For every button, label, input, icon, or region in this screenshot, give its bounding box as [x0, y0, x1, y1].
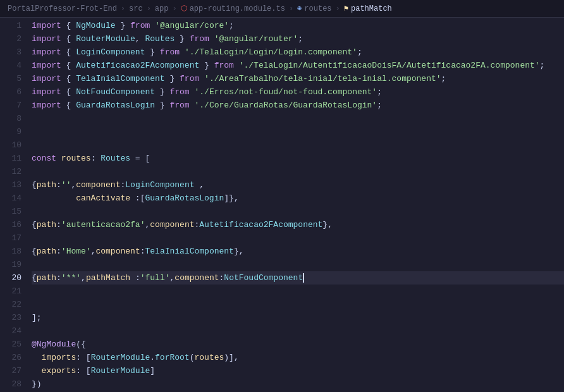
- token-kw: import: [32, 99, 61, 112]
- token-plain: :: [56, 245, 61, 258]
- token-kw: from: [214, 59, 234, 72]
- code-line: import { TelaInialComponent } from './Ar…: [32, 72, 564, 85]
- token-plain: ,: [145, 218, 150, 231]
- token-plain: }: [175, 32, 189, 46]
- token-plain: [199, 72, 204, 85]
- breadcrumb-file[interactable]: app-routing.module.ts: [190, 4, 285, 13]
- token-kw: import: [32, 46, 61, 59]
- token-plain: ,: [81, 271, 86, 285]
- breadcrumb-sep-3: ›: [172, 4, 176, 13]
- token-plain: [180, 46, 185, 59]
- token-plain: [234, 59, 239, 72]
- token-plain: :: [130, 271, 140, 285]
- code-line: ];: [32, 311, 564, 324]
- token-plain: [56, 152, 61, 165]
- line-number: 13: [5, 178, 21, 192]
- line-number: 19: [5, 258, 21, 271]
- code-line: exports: [RouterModule]: [32, 364, 564, 377]
- token-plain: :[: [130, 192, 145, 205]
- line-number: 5: [5, 72, 21, 85]
- breadcrumb-sep-5: ›: [336, 4, 340, 13]
- token-plain: :: [120, 178, 125, 192]
- line-number: 15: [5, 205, 21, 218]
- code-line: [32, 231, 564, 245]
- token-str: './Core/GuardaRotas/GuardaRotasLogin': [194, 99, 377, 112]
- token-plain: ];: [32, 311, 42, 324]
- code-line: {path:'autenticacao2fa',component:Auteti…: [32, 218, 564, 231]
- token-plain: : [: [76, 364, 90, 377]
- token-plain: ;: [540, 59, 545, 72]
- line-number: 26: [5, 351, 21, 364]
- token-plain: .: [150, 351, 155, 364]
- token-plain: [32, 364, 42, 377]
- token-prop-yellow: routes: [61, 152, 91, 165]
- code-line: import { Autetificacao2FAcomponent } fro…: [32, 59, 564, 72]
- token-plain: [32, 192, 76, 205]
- code-line: import { NgModule } from '@angular/core'…: [32, 19, 564, 32]
- line-number: 6: [5, 85, 21, 99]
- code-line: {path:'',component:LoginComponent ,: [32, 178, 564, 192]
- breadcrumb-routes[interactable]: routes: [304, 4, 331, 13]
- code-area[interactable]: import { NgModule } from '@angular/core'…: [27, 18, 564, 392]
- token-plain: : [: [76, 351, 90, 364]
- code-line: import { LoginComponent } from './TelaLo…: [32, 46, 564, 59]
- token-plain: {: [61, 46, 76, 59]
- code-line: import { GuardaRotasLogin } from './Core…: [32, 99, 564, 112]
- token-str: './TelaLogin/AutentificacaoDoisFA/Auteti…: [239, 59, 540, 72]
- token-plain: {: [61, 19, 76, 32]
- token-method: forRoot: [155, 351, 190, 364]
- token-kw: from: [169, 85, 189, 99]
- line-number: 11: [5, 152, 21, 165]
- code-line: import { RouterModule, Routes } from '@a…: [32, 32, 564, 46]
- breadcrumb-pathmatch[interactable]: pathMatch: [351, 4, 392, 13]
- breadcrumb-folder[interactable]: PortalProfessor-Frot-End: [8, 4, 117, 13]
- token-kw: from: [169, 99, 189, 112]
- breadcrumb-sep-2: ›: [147, 4, 151, 13]
- token-cls: Autetificacao2FAcomponent: [76, 59, 199, 72]
- token-cls: GuardaRotasLogin: [145, 192, 224, 205]
- line-number: 9: [5, 125, 21, 138]
- token-prop-yellow: path: [37, 271, 56, 285]
- line-number: 16: [5, 218, 21, 231]
- token-plain: :: [140, 245, 145, 258]
- token-kw: from: [180, 72, 199, 85]
- token-prop-yellow: component: [175, 271, 219, 285]
- token-plain: ,: [135, 32, 145, 46]
- token-cls: Autetificacao2FAcomponent: [199, 218, 322, 231]
- token-plain: ,: [195, 178, 205, 192]
- breadcrumb: PortalProfessor-Frot-End › src › app › ⬡…: [0, 0, 564, 18]
- token-cls: GuardaRotasLogin: [76, 99, 155, 112]
- token-plain: ,: [91, 245, 96, 258]
- token-plain: [209, 32, 214, 46]
- line-number: 20: [5, 271, 21, 285]
- token-plain: :: [56, 218, 61, 231]
- code-line: [32, 138, 564, 152]
- token-kw: from: [130, 19, 150, 32]
- line-number: 8: [5, 112, 21, 125]
- code-line: [32, 298, 564, 311]
- code-line: const routes: Routes = [: [32, 152, 564, 165]
- token-prop-yellow: pathMatch: [86, 271, 130, 285]
- line-number: 21: [5, 285, 21, 298]
- code-line: [32, 324, 564, 338]
- token-plain: [150, 19, 155, 32]
- token-cls: TelaInialComponent: [145, 245, 234, 258]
- token-kw: import: [32, 19, 61, 32]
- token-plain: ;: [229, 19, 234, 32]
- routes-icon: ⊕: [297, 4, 302, 13]
- token-plain: }: [145, 46, 159, 59]
- token-prop-yellow: component: [76, 178, 120, 192]
- breadcrumb-app[interactable]: app: [155, 4, 169, 13]
- code-editor: 1234567891011121314151617181920212223242…: [0, 18, 564, 392]
- token-plain: [32, 351, 42, 364]
- breadcrumb-src[interactable]: src: [129, 4, 143, 13]
- token-plain: [190, 99, 195, 112]
- line-number: 18: [5, 245, 21, 258]
- code-line: [32, 285, 564, 298]
- token-plain: {: [61, 59, 76, 72]
- token-str: '': [61, 178, 71, 192]
- token-plain: {: [32, 178, 37, 192]
- line-number: 23: [5, 311, 21, 324]
- token-prop-yellow: exports: [42, 364, 77, 377]
- token-plain: :: [195, 218, 200, 231]
